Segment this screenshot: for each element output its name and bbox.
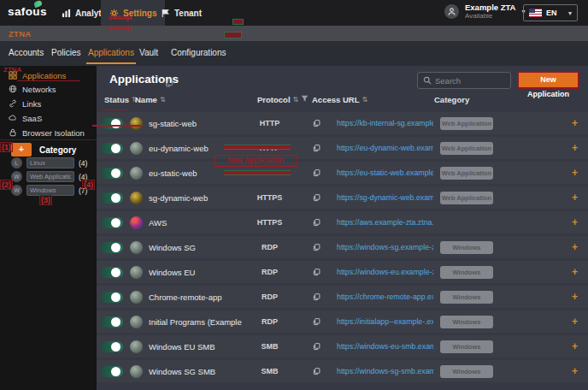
- add-category-icon[interactable]: +: [524, 216, 588, 228]
- protocol-value: HTTP: [242, 119, 297, 127]
- status-toggle[interactable]: [101, 217, 123, 228]
- gear-icon: [109, 9, 119, 18]
- add-category-icon[interactable]: +: [524, 241, 588, 253]
- category-row-windows: W (7): [0, 184, 97, 197]
- column-status[interactable]: Status: [104, 95, 129, 104]
- application-icon: [130, 291, 143, 304]
- access-url-link[interactable]: https://initialapp--example-.ex...: [335, 317, 433, 326]
- copy-icon[interactable]: [297, 168, 335, 177]
- lock-icon: [9, 128, 17, 137]
- add-category-icon[interactable]: +: [524, 192, 588, 204]
- status-toggle[interactable]: [101, 118, 123, 129]
- access-url-link[interactable]: https://eu-dynamic-web.exam...: [335, 144, 433, 152]
- access-url-link[interactable]: https://windows-sg.example-z...: [335, 243, 433, 251]
- tab-policies[interactable]: Policies: [51, 48, 80, 57]
- add-category-icon[interactable]: +: [524, 167, 588, 179]
- search-input[interactable]: [435, 76, 505, 86]
- access-url-link[interactable]: https://sg-dynamic-web.exam...: [335, 193, 433, 202]
- copy-icon[interactable]: [297, 342, 335, 351]
- new-application-button[interactable]: New Application: [517, 71, 579, 89]
- applications-table: sg-static-web HTTP https://kb-internal-s…: [97, 112, 588, 385]
- search-box[interactable]: [417, 72, 511, 89]
- filter-icon[interactable]: [301, 95, 309, 103]
- sidebar-item-label: Links: [22, 99, 41, 109]
- add-category-icon[interactable]: +: [524, 316, 588, 328]
- add-category-icon[interactable]: +: [524, 142, 588, 154]
- add-category-button[interactable]: +: [11, 143, 32, 157]
- sort-icon[interactable]: ⇅: [293, 96, 299, 103]
- copy-icon[interactable]: [297, 367, 335, 375]
- copy-icon[interactable]: [297, 292, 335, 301]
- web-application-icon: W: [11, 171, 22, 182]
- status-toggle[interactable]: [101, 316, 123, 328]
- column-access-url[interactable]: Access URL: [312, 95, 359, 104]
- copy-icon[interactable]: [297, 243, 335, 251]
- link-icon: [9, 99, 17, 108]
- language-selector[interactable]: EN ▾: [523, 4, 578, 21]
- status-toggle[interactable]: [101, 341, 123, 352]
- tab-vault[interactable]: Vault: [139, 48, 158, 57]
- nav-item-tenant[interactable]: Tenant: [152, 0, 210, 26]
- copy-icon[interactable]: [297, 317, 335, 326]
- add-category-icon[interactable]: +: [524, 266, 588, 278]
- sidebar-item-saas[interactable]: SaaS: [0, 111, 97, 125]
- status-toggle[interactable]: [101, 168, 123, 179]
- table-row: sg-static-web HTTP https://kb-internal-s…: [97, 112, 588, 134]
- copy-icon[interactable]: [297, 144, 335, 152]
- add-category-icon[interactable]: +: [524, 365, 588, 377]
- protocol-value: HTTP: [242, 144, 297, 152]
- tab-applications[interactable]: Applications: [88, 48, 134, 57]
- add-category-icon[interactable]: +: [524, 291, 588, 303]
- add-category-icon[interactable]: +: [524, 340, 588, 352]
- table-row: Initial Programs (Example) RDP https://i…: [97, 310, 588, 333]
- toggle-knob: [111, 342, 121, 352]
- sidebar-item-applications[interactable]: Applications: [0, 68, 97, 82]
- status-toggle[interactable]: [101, 366, 123, 377]
- access-url-link[interactable]: https://eu-static-web.example...: [335, 168, 433, 177]
- application-icon: [130, 192, 143, 204]
- application-window: safous Analytics Settings Tenant Example…: [0, 0, 588, 390]
- category-name-input[interactable]: [26, 171, 74, 182]
- safous-logo[interactable]: safous: [8, 5, 47, 18]
- sort-icon[interactable]: ⇅: [160, 96, 166, 103]
- add-category-icon[interactable]: +: [524, 117, 588, 129]
- category-badge: Web Application: [440, 167, 493, 180]
- copy-icon[interactable]: [297, 268, 335, 276]
- person-icon: [447, 7, 456, 16]
- tab-accounts[interactable]: Accounts: [9, 48, 44, 57]
- status-toggle[interactable]: [101, 267, 123, 278]
- copy-icon[interactable]: [297, 119, 335, 127]
- access-url-link[interactable]: https://aws.example-zta.ztna.s...: [335, 218, 433, 227]
- application-icon: [130, 266, 143, 279]
- sidebar-item-browser-isolation[interactable]: Browser Isolation: [0, 126, 97, 139]
- copy-icon[interactable]: [297, 193, 335, 202]
- application-name: Windows SG SMB: [146, 367, 242, 376]
- access-url-link[interactable]: https://windows-eu.example-z...: [335, 268, 433, 276]
- access-url-link[interactable]: https://windows-sg-smb.exam...: [335, 367, 433, 375]
- user-menu[interactable]: Example ZTA Available ▾: [444, 3, 526, 20]
- category-count: (7): [79, 186, 87, 195]
- protocol-value: RDP: [242, 317, 297, 326]
- sidebar-item-links[interactable]: Links: [0, 97, 97, 110]
- access-url-link[interactable]: https://kb-internal-sg.example...: [335, 119, 433, 127]
- column-name[interactable]: Name: [135, 95, 157, 104]
- sort-icon[interactable]: ⇅: [362, 96, 368, 103]
- category-name-input[interactable]: [26, 185, 74, 196]
- status-toggle[interactable]: [101, 292, 123, 303]
- status-toggle[interactable]: [101, 192, 123, 204]
- nav-label: Tenant: [174, 9, 202, 18]
- access-url-link[interactable]: https://windows-eu-smb.exam...: [335, 342, 433, 351]
- copy-icon[interactable]: [297, 218, 335, 227]
- copy-icon[interactable]: [165, 75, 173, 91]
- tab-configurations[interactable]: Configurations: [171, 48, 226, 57]
- application-name: Initial Programs (Example): [146, 317, 242, 327]
- column-category[interactable]: Category: [434, 95, 469, 104]
- category-name-input[interactable]: [26, 157, 74, 168]
- protocol-value: RDP: [242, 268, 297, 276]
- sidebar-item-networks[interactable]: Networks: [0, 82, 97, 96]
- category-row-linux: L (4): [0, 157, 97, 169]
- access-url-link[interactable]: https://chrome-remote-app.ex...: [335, 292, 433, 301]
- column-protocol[interactable]: Protocol: [257, 95, 291, 104]
- status-toggle[interactable]: [101, 242, 123, 253]
- status-toggle[interactable]: [101, 143, 123, 154]
